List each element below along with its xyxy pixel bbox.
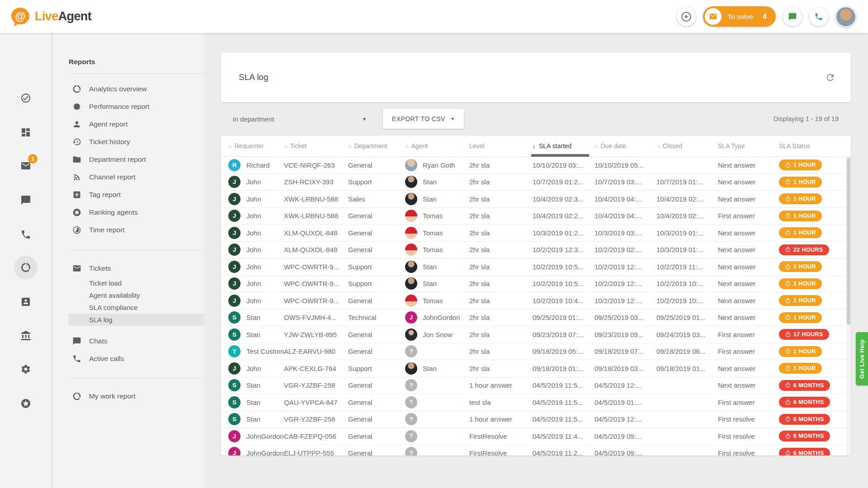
table-row[interactable]: SStanVGR-YJZBF-258General?1 hour answer0… xyxy=(221,377,851,394)
user-avatar[interactable] xyxy=(835,6,856,27)
cell-due-date: 04/5/2019 09:... xyxy=(594,432,656,440)
column-header-sla-started[interactable]: ↓SLA started xyxy=(533,142,594,150)
nav-subitem-ticket-load[interactable]: Ticket load xyxy=(68,277,203,289)
nav-item-channel-report[interactable]: Channel report xyxy=(52,168,203,186)
table-row[interactable]: JJohnGordonELJ-UTPPP-555General?FirstRes… xyxy=(221,445,851,456)
cell-sla-type: First answer xyxy=(718,331,779,338)
column-header-sla-status[interactable]: SLA Status xyxy=(779,142,851,150)
cell-level: 1 hour answer xyxy=(469,415,533,423)
rail-item-gear[interactable] xyxy=(0,357,52,381)
person-icon xyxy=(72,120,82,129)
active-highlight xyxy=(14,256,38,279)
requester-avatar: S xyxy=(228,328,241,341)
export-csv-button[interactable]: EXPORT TO CSV ▼ xyxy=(383,109,464,129)
rail-item-phone[interactable] xyxy=(0,223,52,246)
agent-name: Jon Snow xyxy=(423,331,453,338)
table-row[interactable]: JJohnWPC-OWRTR-9...SupportStan2hr sla10/… xyxy=(221,276,851,293)
nav-item-agent-report[interactable]: Agent report xyxy=(52,115,203,133)
add-button[interactable] xyxy=(677,7,696,26)
cell-sla-started: 10/7/2019 01:2... xyxy=(533,178,594,186)
nav-subitem-sla-log[interactable]: SLA log xyxy=(68,314,203,326)
nav-item-analytics-overview[interactable]: Analytics overview xyxy=(52,80,203,98)
nav-section-tickets[interactable]: Tickets xyxy=(52,259,203,277)
rail-item-star-circle[interactable] xyxy=(0,392,52,415)
table-row[interactable]: SStanYJW-ZWLYB-895GeneralJon Snow2hr sla… xyxy=(221,326,851,343)
table-row[interactable]: JJohnXWK-LRBNU-588GeneralTomas2hr sla10/… xyxy=(221,208,851,225)
table-row[interactable]: TTest CustomerALZ-EARVU-980General?2hr s… xyxy=(221,343,851,361)
table-row[interactable]: SStanQAU-YVPCA-847General?test sla04/5/2… xyxy=(221,394,851,411)
cell-sla-type: First resolve xyxy=(718,449,779,455)
column-header-closed[interactable]: ↑↓Closed xyxy=(656,142,718,150)
table-row[interactable]: JJohnZSH-RCIXY-393SupportStan2hr sla10/7… xyxy=(221,174,851,191)
nav-subitem-agent-availability[interactable]: Agent availability xyxy=(68,289,203,301)
department-dropdown[interactable]: in department ▼ xyxy=(233,115,367,123)
donut-icon xyxy=(72,84,81,94)
stopwatch-icon xyxy=(785,230,791,236)
sla-status-label: 1 HOUR xyxy=(793,179,816,185)
table-row[interactable]: SStanOWS-FVJMH-4...TechnicalJJohnGordon2… xyxy=(221,310,851,327)
table-row[interactable]: JJohnWPC-OWRTR-9...GeneralTomas2hr sla10… xyxy=(221,292,851,310)
nav-section-label: Tickets xyxy=(89,264,111,272)
nav-item-performance-report[interactable]: Performance report xyxy=(52,98,203,115)
table-scrollbar[interactable] xyxy=(846,157,851,455)
nav-section-active-calls[interactable]: Active calls xyxy=(52,350,203,367)
column-header-level[interactable]: Level xyxy=(469,142,533,150)
cell-agent: JJohnGordon xyxy=(405,311,469,324)
get-live-help-tab[interactable]: Get Live Help xyxy=(856,332,868,385)
cell-ticket: XWK-LRBNU-588 xyxy=(284,212,348,220)
cell-ticket: WPC-OWRTR-9... xyxy=(284,297,348,305)
cell-closed: 10/4/2019 02:... xyxy=(656,195,718,203)
nav-item-tag-report[interactable]: Tag report xyxy=(52,186,203,203)
table-row[interactable]: JJohnXLM-QUXOL-848GeneralTomas2hr sla10/… xyxy=(221,225,851,242)
cell-sla-type: Next answer xyxy=(718,263,779,271)
nav-item-ticket-history[interactable]: Ticket history xyxy=(52,133,203,150)
table-row[interactable]: JJohnAPK-CEXLG-764SupportStan2hr sla09/1… xyxy=(221,360,851,377)
sla-status-label: 1 HOUR xyxy=(793,281,816,287)
rail-item-check-circle[interactable] xyxy=(0,86,52,110)
cell-sla-started: 04/5/2019 11:4... xyxy=(533,432,594,440)
nav-item-department-report[interactable]: Department report xyxy=(52,150,203,168)
liveagent-logo[interactable]: @ LiveAgent xyxy=(10,6,91,27)
column-header-department[interactable]: ↑↓Department xyxy=(348,142,405,150)
column-header-due-date[interactable]: ↑↓Due date xyxy=(594,142,656,150)
to-solve-button[interactable]: To solve 4 xyxy=(703,6,776,27)
scrollbar-thumb[interactable] xyxy=(847,158,850,325)
column-header-ticket[interactable]: ↑↓Ticket xyxy=(284,142,348,150)
cell-department: General xyxy=(348,246,405,253)
cell-sla-started: 10/2/2019 12:3... xyxy=(533,246,594,253)
nav-subitem-sla-compliance[interactable]: SLA compliance xyxy=(68,301,203,314)
cell-requester: John xyxy=(246,246,284,253)
cell-due-date: 10/2/2019 12:... xyxy=(594,263,656,271)
sla-status-label: 1 HOUR xyxy=(793,348,816,355)
refresh-button[interactable] xyxy=(825,72,835,83)
table-row[interactable]: JJohnXLM-QUXOL-848GeneralTomas2hr sla10/… xyxy=(221,242,851,259)
agent-avatar xyxy=(405,193,417,205)
star-circle-icon xyxy=(20,398,31,409)
sort-both-icon: ↑↓ xyxy=(284,143,287,149)
column-header-sla-type[interactable]: SLA Type xyxy=(718,142,779,150)
nav-item-ranking-agents[interactable]: Ranking agents xyxy=(52,203,203,221)
rail-item-dashboard[interactable] xyxy=(0,121,52,144)
nav-section-chats[interactable]: Chats xyxy=(52,332,203,350)
cell-requester-avatar: J xyxy=(228,447,246,455)
table-row[interactable]: JJohnGordonCAB-FZEPQ-056General?FirstRes… xyxy=(221,428,851,445)
stopwatch-icon xyxy=(785,179,791,185)
rail-item-contact-card[interactable] xyxy=(0,290,52,314)
nav-section-my-work-report[interactable]: My work report xyxy=(52,387,203,405)
table-row[interactable]: SStanVGR-YJZBF-258General?1 hour answer0… xyxy=(221,411,851,428)
rail-item-mail[interactable]: 1 xyxy=(0,154,52,178)
cell-department: General xyxy=(348,331,405,338)
nav-item-time-report[interactable]: Time report xyxy=(52,221,203,239)
table-row[interactable]: JJohnXWK-LRBNU-588SalesStan2hr sla10/4/2… xyxy=(221,191,851,208)
table-row[interactable]: JJohnWPC-OWRTR-9...SupportStan2hr sla10/… xyxy=(221,258,851,276)
column-header-requester[interactable]: ↑↓Requester xyxy=(228,142,284,150)
tag-icon xyxy=(72,190,82,199)
column-header-agent[interactable]: ↑↓Agent xyxy=(405,142,469,150)
cell-department: Support xyxy=(348,263,405,271)
rail-item-reports[interactable] xyxy=(0,256,52,279)
calls-button[interactable] xyxy=(809,7,828,26)
rail-item-bank[interactable] xyxy=(0,324,52,347)
chats-button[interactable] xyxy=(783,7,802,26)
rail-item-chat[interactable] xyxy=(0,188,52,212)
table-row[interactable]: RRichardVCE-NIRQF-263GeneralRyan Goth2hr… xyxy=(221,157,851,174)
